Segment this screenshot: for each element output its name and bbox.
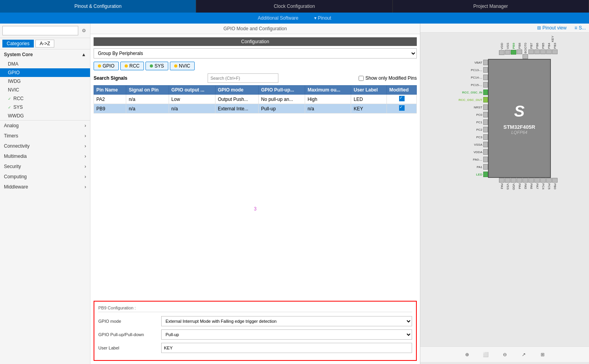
- sidebar-item-sys[interactable]: ✓ SYS: [0, 103, 90, 112]
- chevron-right-icon: ›: [85, 174, 86, 179]
- pb9-config-title: PB9 Configuration :: [98, 305, 412, 312]
- gpio-mode-select[interactable]: External Interrupt Mode with Falling edg…: [161, 316, 412, 326]
- sidebar-system-core-items: DMA GPIO IWDG NVIC ✓ RCC: [0, 60, 90, 120]
- fit-icon: ⬜: [483, 352, 489, 357]
- search-signals-label: Search Signals: [94, 75, 127, 81]
- settings-button[interactable]: ⊞: [537, 349, 548, 360]
- sidebar-category-connectivity[interactable]: Connectivity ›: [0, 141, 90, 151]
- sidebar-search-area: ⚙: [0, 24, 90, 38]
- search-signals-input[interactable]: [208, 73, 278, 83]
- tab-clock-config[interactable]: Clock Configuration: [196, 0, 392, 13]
- export-icon: ↗: [522, 352, 526, 357]
- cell-signal: n/a: [126, 104, 169, 113]
- cell-max-output: High: [305, 95, 351, 104]
- subnav-pinout[interactable]: ▾ Pinout: [314, 15, 331, 21]
- main-layout: ⚙ Categories A->Z System Core ▲: [0, 24, 589, 364]
- sidebar-category-multimedia[interactable]: Multimedia ›: [0, 151, 90, 161]
- user-label-label: User Label: [98, 346, 161, 350]
- user-label-input[interactable]: [161, 343, 412, 353]
- gpio-pullup-row: GPIO Pull-up/Pull-down Pull-upPull-downN…: [98, 329, 412, 340]
- sidebar-section-system-core: System Core ▲ DMA GPIO IWDG NVIC: [0, 49, 90, 121]
- top-navigation: Pinout & Configuration Clock Configurati…: [0, 0, 589, 13]
- modified-checkbox: [399, 105, 405, 111]
- pinout-view-icon: ⊞: [537, 25, 541, 31]
- export-button[interactable]: ↗: [518, 349, 529, 360]
- bottom-toolbar: ⊕ ⬜ ⊖ ↗ ⊞: [420, 346, 589, 362]
- col-gpio-pullup: GPIO Pull-up...: [259, 86, 305, 95]
- sidebar-item-gpio[interactable]: GPIO: [0, 68, 90, 77]
- tab-pinout-config[interactable]: Pinout & Configuration: [0, 0, 196, 13]
- sidebar-item-dma[interactable]: DMA: [0, 60, 90, 68]
- col-max-output: Maximum ou...: [305, 86, 351, 95]
- tab-project-manager[interactable]: Project Manager: [393, 0, 589, 13]
- cell-gpio-output: n/a: [169, 104, 215, 113]
- zoom-out-button[interactable]: ⊖: [499, 349, 510, 360]
- pb9-config-panel: PB9 Configuration : GPIO mode External I…: [94, 301, 417, 361]
- main-header: GPIO Mode and Configuration: [90, 24, 420, 34]
- sidebar-tab-bar: Categories A->Z: [0, 38, 90, 49]
- gpio-mode-row: GPIO mode External Interrupt Mode with F…: [98, 316, 412, 326]
- group-by-row: Group By Peripherals: [94, 48, 417, 59]
- sidebar-category-timers[interactable]: Timers ›: [0, 131, 90, 141]
- sidebar-tab-atoz[interactable]: A->Z: [35, 40, 54, 48]
- system-view-button[interactable]: ≡ S...: [574, 25, 586, 31]
- col-modified: Modified: [387, 86, 417, 95]
- sidebar-category-computing[interactable]: Computing ›: [0, 172, 90, 182]
- user-label-row: User Label: [98, 343, 412, 353]
- fit-button[interactable]: ⬜: [480, 349, 491, 360]
- table-row[interactable]: PA2 n/a Low Output Push... No pull-up an…: [94, 95, 417, 104]
- sidebar: ⚙ Categories A->Z System Core ▲: [0, 24, 90, 364]
- config-header: Configuration: [94, 37, 417, 46]
- zoom-out-icon: ⊖: [503, 352, 507, 357]
- show-modified-checkbox[interactable]: [359, 76, 364, 81]
- sys-dot: [150, 64, 153, 68]
- gpio-dot: [98, 64, 101, 68]
- show-modified-checkbox-row: Show only Modified Pins: [359, 75, 417, 81]
- table-row[interactable]: PB9 n/a n/a External Inte... Pull-up n/a…: [94, 104, 417, 113]
- col-signal: Signal on Pin: [126, 86, 169, 95]
- sidebar-item-iwdg[interactable]: IWDG: [0, 77, 90, 86]
- tab-pill-gpio[interactable]: GPIO: [94, 62, 119, 70]
- number-badge: 3: [94, 117, 417, 301]
- pinout-view-button[interactable]: ⊞ Pinout view: [537, 25, 567, 31]
- col-user-label: User Label: [351, 86, 387, 95]
- modified-checkbox: [399, 96, 405, 101]
- cell-gpio-output: Low: [169, 95, 215, 104]
- gear-icon[interactable]: ⚙: [80, 27, 88, 35]
- sidebar-category-analog[interactable]: Analog ›: [0, 121, 90, 131]
- sidebar-item-wwdg[interactable]: WWDG: [0, 112, 90, 120]
- gpio-mode-label: GPIO mode: [98, 319, 161, 324]
- cell-max-output: n/a: [305, 104, 351, 113]
- cell-gpio-pullup: No pull-up an...: [259, 95, 305, 104]
- col-gpio-mode: GPIO mode: [215, 86, 258, 95]
- config-area: Configuration Group By Peripherals GPIO …: [90, 34, 420, 364]
- cell-modified: [387, 104, 417, 113]
- gpio-pullup-select[interactable]: Pull-upPull-downNo pull-up and no pull-d…: [161, 329, 412, 340]
- tab-pill-rcc[interactable]: RCC: [120, 62, 144, 70]
- chevron-right-icon: ›: [85, 143, 86, 149]
- sidebar-category-security[interactable]: Security ›: [0, 161, 90, 172]
- zoom-in-icon: ⊕: [465, 352, 469, 357]
- sidebar-item-nvic[interactable]: NVIC: [0, 86, 90, 94]
- chevron-right-icon: ›: [85, 184, 86, 190]
- cell-gpio-mode: Output Push...: [215, 95, 258, 104]
- tab-pill-sys[interactable]: SYS: [145, 62, 168, 70]
- col-gpio-output: GPIO output ...: [169, 86, 215, 95]
- sidebar-item-rcc[interactable]: ✓ RCC: [0, 94, 90, 103]
- chevron-right-icon: ›: [85, 164, 86, 169]
- sidebar-category-middleware[interactable]: Middleware ›: [0, 182, 90, 192]
- zoom-in-button[interactable]: ⊕: [462, 349, 473, 360]
- sidebar-tab-categories[interactable]: Categories: [2, 40, 34, 48]
- settings-icon: ⊞: [541, 352, 545, 357]
- tab-row: GPIO RCC SYS NVIC: [94, 62, 417, 70]
- rcc-dot: [125, 64, 128, 68]
- tab-pill-nvic[interactable]: NVIC: [170, 62, 195, 70]
- system-view-icon: ≡: [574, 25, 577, 31]
- group-by-select[interactable]: Group By Peripherals: [94, 48, 417, 59]
- cell-pin-name: PB9: [94, 104, 126, 113]
- chevron-right-icon: ›: [85, 123, 86, 128]
- sidebar-section-header-system-core[interactable]: System Core ▲: [0, 49, 90, 60]
- subnav-additional-software[interactable]: Additional Software: [258, 15, 298, 21]
- cell-signal: n/a: [126, 95, 169, 104]
- sidebar-search-input[interactable]: [2, 26, 78, 35]
